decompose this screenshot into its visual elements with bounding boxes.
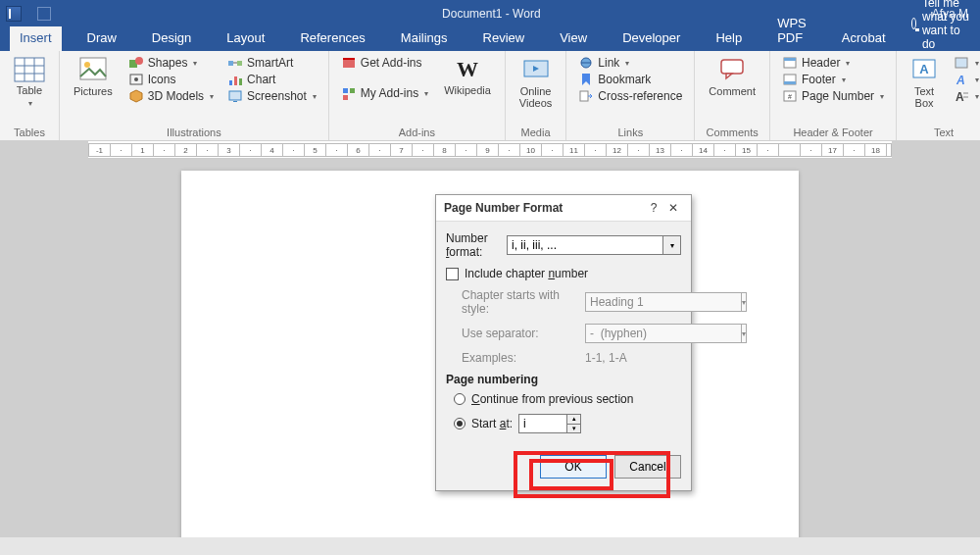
- textbox-button[interactable]: A Text Box: [906, 55, 942, 111]
- separator-dropdown: ▾: [742, 324, 747, 343]
- tab-mailings[interactable]: Mailings: [391, 26, 458, 51]
- smartart-button[interactable]: SmartArt: [225, 55, 318, 71]
- svg-rect-0: [15, 58, 44, 81]
- page-number-format-dialog: Page Number Format ? ✕ Number format: ▾ …: [435, 194, 692, 491]
- examples-value: 1-1, 1-A: [585, 351, 627, 365]
- tab-view[interactable]: View: [550, 26, 597, 51]
- table-label: Table: [17, 84, 42, 96]
- tab-layout[interactable]: Layout: [217, 26, 274, 51]
- addins-group-label: Add-ins: [339, 125, 495, 138]
- icons-button[interactable]: Icons: [126, 72, 216, 87]
- dialog-close-button[interactable]: ✕: [663, 201, 683, 215]
- tab-help[interactable]: Help: [706, 26, 752, 51]
- tab-review[interactable]: Review: [473, 26, 535, 51]
- screenshot-button[interactable]: Screenshot▾: [225, 88, 318, 104]
- shapes-button[interactable]: Shapes▾: [126, 55, 216, 71]
- comment-button[interactable]: Comment: [705, 55, 760, 99]
- tab-design[interactable]: Design: [142, 26, 201, 51]
- continue-label: Continue from previous section: [471, 392, 633, 406]
- header-button[interactable]: Header▾: [780, 55, 886, 71]
- table-button[interactable]: Table▾: [10, 55, 49, 110]
- ribbon: Table▾ Tables Pictures Shapes▾: [0, 51, 980, 141]
- dialog-title: Page Number Format: [444, 201, 563, 215]
- chapter-style-label: Chapter starts with style:: [462, 288, 579, 316]
- comment-label: Comment: [709, 85, 756, 97]
- footer-icon: [782, 73, 798, 86]
- link-button[interactable]: Link▾: [576, 55, 684, 71]
- horizontal-ruler[interactable]: -1·1·2·3·4·5·6·7·8·9·10·11·12·13·14·15··…: [88, 141, 892, 159]
- group-illustrations: Pictures Shapes▾ Icons 3D Models▾: [60, 51, 329, 140]
- svg-rect-5: [80, 58, 106, 79]
- cancel-button[interactable]: Cancel: [614, 455, 681, 479]
- my-addins-button[interactable]: My Add-ins▾: [339, 85, 430, 101]
- group-links: Link▾ Bookmark Cross-reference Links: [566, 51, 695, 140]
- wikipedia-button[interactable]: W Wikipedia: [440, 55, 495, 98]
- ok-button[interactable]: OK: [540, 455, 607, 479]
- svg-marker-29: [582, 74, 590, 85]
- svg-point-8: [135, 57, 143, 65]
- svg-rect-13: [237, 61, 242, 66]
- tab-insert[interactable]: Insert: [10, 26, 62, 51]
- comment-icon: [718, 57, 746, 80]
- tab-references[interactable]: References: [290, 26, 374, 51]
- text-group-label: Text: [906, 125, 980, 138]
- footer-button[interactable]: Footer▾: [780, 72, 886, 87]
- group-header-footer: Header▾ Footer▾ # Page Number▾ Header & …: [770, 51, 897, 140]
- spin-up[interactable]: ▴: [567, 414, 581, 424]
- store-icon: [341, 56, 357, 70]
- tell-me-label: Tell me what you want to do: [922, 0, 970, 51]
- svg-rect-30: [580, 91, 588, 101]
- pictures-button[interactable]: Pictures: [70, 55, 117, 99]
- start-at-input[interactable]: [518, 414, 567, 433]
- separator-label: Use separator:: [462, 327, 579, 340]
- svg-rect-17: [239, 78, 242, 85]
- svg-text:A: A: [919, 62, 929, 76]
- wikipedia-label: Wikipedia: [444, 84, 491, 96]
- table-icon: [14, 57, 45, 82]
- media-group-label: Media: [515, 125, 556, 138]
- tab-draw[interactable]: Draw: [77, 26, 126, 51]
- wordart-button[interactable]: A▾: [952, 72, 980, 87]
- shapes-icon: [128, 56, 144, 70]
- tab-developer[interactable]: Developer: [612, 26, 690, 51]
- examples-label: Examples:: [462, 351, 579, 365]
- number-format-select[interactable]: [507, 235, 663, 255]
- quickparts-button[interactable]: ▾: [952, 55, 980, 71]
- start-at-label: Start at:: [471, 417, 513, 430]
- qat-placeholder-icon[interactable]: [37, 7, 51, 21]
- include-chapter-checkbox[interactable]: [446, 268, 459, 280]
- number-format-dropdown[interactable]: ▾: [663, 235, 681, 255]
- tab-wpspdf[interactable]: WPS PDF: [767, 12, 816, 51]
- online-videos-button[interactable]: Online Videos: [515, 55, 556, 111]
- chart-button[interactable]: Chart: [225, 72, 318, 87]
- svg-rect-36: [784, 81, 796, 84]
- include-chapter-label: Include chapter number: [465, 267, 588, 280]
- continue-radio[interactable]: [454, 393, 466, 405]
- online-video-label: Online Videos: [519, 85, 552, 109]
- ribbon-tabs: Insert Draw Design Layout References Mai…: [0, 27, 980, 51]
- chapter-style-select: [585, 292, 742, 312]
- page-number-button[interactable]: # Page Number▾: [780, 88, 886, 104]
- dialog-help-button[interactable]: ?: [644, 201, 663, 215]
- svg-rect-22: [343, 88, 348, 93]
- start-at-radio[interactable]: [454, 418, 466, 429]
- header-icon: [782, 56, 798, 70]
- tab-acrobat[interactable]: Acrobat: [832, 26, 896, 51]
- textbox-icon: A: [910, 57, 938, 80]
- number-format-label: Number format:: [446, 231, 501, 259]
- crossref-button[interactable]: Cross-reference: [576, 88, 684, 104]
- word-app-icon: [6, 6, 22, 22]
- dropcap-button[interactable]: A▾: [952, 88, 980, 104]
- bookmark-button[interactable]: Bookmark: [576, 72, 684, 87]
- spin-down[interactable]: ▾: [567, 424, 581, 433]
- svg-rect-24: [343, 95, 348, 100]
- group-tables: Table▾ Tables: [0, 51, 60, 140]
- pictures-label: Pictures: [74, 85, 113, 97]
- 3d-models-button[interactable]: 3D Models▾: [126, 88, 216, 104]
- chapter-style-dropdown: ▾: [742, 292, 747, 312]
- page-number-icon: #: [782, 89, 798, 103]
- tell-me[interactable]: Tell me what you want to do: [911, 0, 980, 51]
- comments-group-label: Comments: [705, 125, 760, 138]
- cube-icon: [128, 89, 144, 103]
- get-addins-button[interactable]: Get Add-ins: [339, 55, 430, 71]
